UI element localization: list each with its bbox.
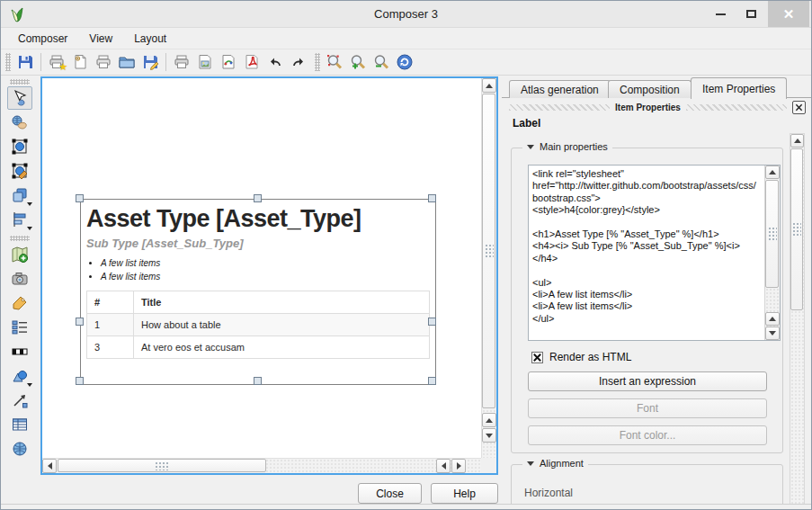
- edit-nodes-item-icon[interactable]: [7, 159, 32, 183]
- maximize-button[interactable]: [737, 1, 764, 27]
- zoom-out-icon[interactable]: [370, 51, 393, 73]
- label-rendered-html: Asset Type [Asset_Type] Sub Type [Asset_…: [81, 200, 435, 384]
- selection-handle[interactable]: [76, 377, 84, 385]
- dropdown-arrow-icon: [27, 383, 32, 387]
- insert-expression-button[interactable]: Insert an expression: [528, 371, 767, 391]
- scroll-down-button[interactable]: [765, 327, 780, 340]
- panel-vertical-scrollbar[interactable]: [790, 133, 805, 510]
- label-item[interactable]: Asset Type [Asset_Type] Sub Type [Asset_…: [80, 199, 436, 385]
- duplicate-composer-icon[interactable]: [68, 51, 92, 73]
- selection-handle[interactable]: [254, 194, 262, 202]
- scroll-up-button[interactable]: [482, 78, 496, 93]
- scroll-up-button[interactable]: [765, 166, 780, 179]
- editor-vertical-scrollbar[interactable]: [764, 166, 780, 340]
- table-row: 1 How about a table: [87, 314, 430, 336]
- add-image-icon[interactable]: [7, 267, 32, 291]
- selection-handle[interactable]: [428, 377, 436, 385]
- refresh-view-icon[interactable]: [393, 51, 416, 73]
- dropdown-arrow-icon: [27, 227, 32, 230]
- collapse-triangle-icon: [527, 145, 534, 149]
- undo-icon[interactable]: [263, 51, 287, 73]
- page-setup-icon[interactable]: [92, 51, 115, 73]
- scrollbar-thumb[interactable]: [482, 94, 495, 408]
- selection-handle[interactable]: [76, 318, 84, 326]
- save-project-icon[interactable]: [13, 51, 37, 73]
- selection-handle[interactable]: [428, 318, 436, 326]
- scroll-down-button[interactable]: [482, 428, 496, 443]
- menu-layout[interactable]: Layout: [126, 30, 174, 48]
- add-new-label-icon[interactable]: [7, 291, 32, 315]
- font-color-button[interactable]: Font color...: [528, 425, 767, 445]
- scroll-right-button[interactable]: [451, 459, 466, 473]
- label-subheading: Sub Type [Asset_Sub_Type]: [86, 237, 430, 250]
- canvas-horizontal-scrollbar[interactable]: [42, 458, 481, 473]
- move-item-content-icon[interactable]: [7, 111, 32, 134]
- star-badge-icon: ★: [58, 62, 67, 72]
- dock-titlebar[interactable]: Item Properties: [504, 101, 811, 114]
- label-list-item: A few list items: [101, 257, 430, 271]
- add-basic-shape-icon[interactable]: [7, 364, 32, 388]
- save-as-template-icon[interactable]: [138, 51, 162, 73]
- scroll-left-button[interactable]: [42, 459, 57, 473]
- render-as-html-row: Render as HTML: [531, 351, 631, 363]
- add-new-scalebar-icon[interactable]: [7, 340, 32, 363]
- scroll-up-button[interactable]: [790, 134, 804, 148]
- paper-page[interactable]: Asset Type [Asset_Type] Sub Type [Asset_…: [42, 78, 481, 458]
- selection-handle[interactable]: [254, 377, 262, 385]
- scroll-up-button[interactable]: [482, 413, 496, 427]
- toolbar-drag-handle[interactable]: [10, 79, 30, 85]
- scrollbar-thumb[interactable]: [58, 459, 266, 472]
- align-selected-items-icon[interactable]: [7, 208, 32, 231]
- menu-composer[interactable]: Composer: [10, 30, 76, 48]
- html-source-text[interactable]: <link rel="stylesheet" href="http://twit…: [529, 166, 764, 340]
- scroll-up-button[interactable]: [765, 312, 780, 326]
- item-toolbar: [1, 76, 39, 479]
- main-properties-legend[interactable]: Main properties: [522, 141, 612, 152]
- alignment-legend[interactable]: Alignment: [522, 458, 588, 469]
- minimize-button[interactable]: [707, 1, 734, 27]
- add-html-frame-icon[interactable]: [7, 437, 32, 461]
- export-as-image-icon[interactable]: [193, 51, 217, 73]
- dropdown-arrow-icon: [27, 202, 32, 206]
- close-window-button[interactable]: ✕: [768, 1, 809, 27]
- main-properties-group: Main properties <link rel="stylesheet" h…: [511, 148, 783, 453]
- render-as-html-checkbox[interactable]: [531, 352, 543, 363]
- redo-icon[interactable]: [287, 51, 310, 73]
- tab-atlas-generation[interactable]: Atlas generation: [509, 80, 611, 98]
- add-arrow-icon[interactable]: [7, 389, 32, 412]
- toolbar-drag-handle[interactable]: [315, 53, 320, 71]
- horizontal-label: Horizontal: [524, 487, 573, 499]
- zoom-full-icon[interactable]: [323, 51, 346, 73]
- toolbar-drag-handle[interactable]: [10, 236, 30, 241]
- close-button[interactable]: Close: [358, 483, 422, 504]
- label-heading: Asset Type [Asset_Type]: [86, 205, 430, 233]
- selection-handle[interactable]: [428, 194, 436, 202]
- selection-handle[interactable]: [76, 194, 84, 202]
- new-composer-icon[interactable]: ★: [45, 51, 68, 73]
- add-new-map-icon[interactable]: [7, 243, 32, 266]
- toolbar-drag-handle[interactable]: [5, 53, 11, 71]
- dock-close-button[interactable]: [792, 101, 806, 114]
- load-from-template-icon[interactable]: [115, 51, 138, 73]
- help-button[interactable]: Help: [431, 483, 498, 504]
- zoom-in-icon[interactable]: [346, 51, 370, 73]
- menu-view[interactable]: View: [81, 30, 120, 48]
- html-source-editor[interactable]: <link rel="stylesheet" href="http://twit…: [528, 165, 781, 341]
- add-attribute-table-icon[interactable]: [7, 413, 32, 436]
- scrollbar-thumb[interactable]: [765, 180, 779, 288]
- add-new-legend-icon[interactable]: [7, 316, 32, 339]
- canvas-vertical-scrollbar[interactable]: [481, 78, 496, 458]
- export-as-pdf-icon[interactable]: [240, 51, 263, 73]
- export-as-svg-icon[interactable]: [217, 51, 240, 73]
- tab-composition[interactable]: Composition: [608, 80, 692, 98]
- print-icon[interactable]: [170, 51, 193, 73]
- scroll-left-button[interactable]: [436, 459, 451, 473]
- composition-canvas[interactable]: Asset Type [Asset_Type] Sub Type [Asset_…: [40, 76, 498, 475]
- font-button[interactable]: Font: [528, 398, 767, 418]
- tab-item-properties[interactable]: Item Properties: [691, 77, 787, 99]
- zoom-item-content-icon[interactable]: [7, 135, 32, 158]
- raise-selected-items-icon[interactable]: [7, 183, 32, 207]
- window-title: Composer 3: [1, 7, 811, 21]
- select-move-item-icon[interactable]: [7, 86, 32, 110]
- scrollbar-thumb[interactable]: [790, 148, 803, 310]
